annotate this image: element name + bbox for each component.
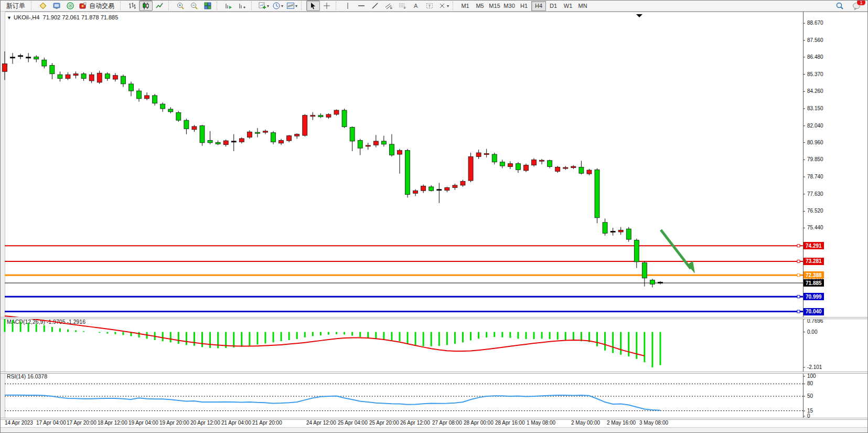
auto-trading-label: 自动交易	[87, 2, 116, 10]
timeframe-button-W1[interactable]: W1	[561, 1, 575, 11]
text-label-icon: T	[425, 2, 434, 10]
price-tick: 85.370	[807, 71, 823, 77]
trendline-button[interactable]	[368, 1, 382, 11]
time-tick-label: 17 Apr 20:00	[67, 420, 97, 426]
chat-button[interactable]: 1	[850, 1, 863, 11]
macd-label: MACD(12,26,9) -1.9705 -1.2916	[7, 319, 85, 325]
fibonacci-icon: F	[398, 2, 406, 10]
new-chart-button[interactable]: ▾	[256, 1, 271, 11]
text-icon: A	[412, 2, 420, 10]
candlestick-icon	[142, 2, 150, 10]
timeframe-button-M1[interactable]: M1	[458, 1, 473, 11]
line-chart-button[interactable]	[153, 1, 166, 11]
price-tick: 86.480	[807, 54, 823, 60]
timeframe-button-M30[interactable]: M30	[502, 1, 517, 11]
search-button[interactable]	[833, 1, 846, 11]
time-tick-label: 24 Apr 12:00	[306, 420, 336, 426]
main-toolbar: 新订单 自动交易 ▾ ▾ ▾ E F A T ▾	[1, 1, 868, 12]
price-line-badge: 71.885	[803, 279, 824, 287]
price-tick: 83.150	[807, 105, 823, 111]
template-button[interactable]: ▾	[285, 1, 299, 11]
svg-text:F: F	[404, 6, 406, 9]
rsi-label: RSI(14) 16.0378	[7, 373, 47, 379]
ohlc-values: 71.902 72.061 71.878 71.885	[43, 14, 119, 20]
market-watch-icon	[52, 2, 61, 10]
toolbar-separator	[31, 2, 34, 10]
price-tick: 79.850	[807, 156, 823, 162]
market-watch-button[interactable]	[50, 1, 63, 11]
time-tick-label: 1 May 08:00	[527, 420, 555, 426]
signals-button[interactable]	[63, 1, 77, 11]
bar-chart-icon	[128, 2, 136, 10]
equidistant-channel-button[interactable]: E	[382, 1, 395, 11]
price-tick: 84.260	[807, 88, 823, 94]
time-tick-label: 26 Apr 12:00	[400, 420, 430, 426]
new-order-button[interactable]: 新订单	[3, 1, 29, 11]
chevron-down-icon: ▾	[295, 4, 297, 8]
price-tick: 80.960	[807, 140, 823, 145]
timeframe-button-M15[interactable]: M15	[487, 1, 502, 11]
template-icon	[286, 2, 295, 10]
text-label-button[interactable]: T	[423, 1, 436, 11]
pane-separator	[1, 418, 868, 420]
timeframe-button-H4[interactable]: H4	[531, 1, 546, 11]
time-tick-label: 14 Apr 2023	[5, 420, 33, 426]
zoom-in-button[interactable]	[174, 1, 187, 11]
chart-title: ▼UKOil-,H4 71.902 72.061 71.878 71.885	[7, 14, 118, 20]
toolbar-separator	[453, 2, 456, 10]
zoom-out-button[interactable]	[187, 1, 201, 11]
pane-separator[interactable]	[1, 372, 868, 374]
bar-chart-button[interactable]	[125, 1, 139, 11]
time-tick-label: 17 Apr 04:00	[36, 420, 66, 426]
auto-scroll-button[interactable]	[222, 1, 235, 11]
indicator-tick: 0.00	[807, 329, 817, 335]
time-tick-label: 27 Apr 08:00	[432, 420, 462, 426]
tile-windows-button[interactable]	[201, 1, 215, 11]
indicator-tick: -2.101	[807, 364, 822, 370]
time-tick-label: 21 Apr 04:00	[221, 420, 251, 426]
price-tick: 75.440	[807, 225, 823, 230]
chevron-down-icon: ▾	[281, 4, 283, 8]
chart-shift-button[interactable]	[235, 1, 249, 11]
shapes-icon	[438, 2, 446, 10]
pane-separator[interactable]	[1, 317, 868, 319]
chevron-down-icon: ▾	[267, 4, 269, 8]
time-tick-label: 25 Apr 20:00	[369, 420, 399, 426]
horizontal-line-button[interactable]	[355, 1, 368, 11]
shapes-button[interactable]: ▾	[436, 1, 451, 11]
price-tick: 82.040	[807, 123, 823, 129]
svg-text:A: A	[414, 3, 418, 9]
symbol-period-label: UKOil-,H4	[14, 14, 40, 20]
zoom-out-icon	[190, 2, 198, 10]
chart-window[interactable]	[1, 12, 868, 428]
timeframe-button-MN[interactable]: MN	[575, 1, 590, 11]
time-tick-label: 25 Apr 04:00	[338, 420, 368, 426]
time-axis[interactable]: 14 Apr 202317 Apr 04:0017 Apr 20:0018 Ap…	[1, 419, 868, 427]
price-tick: 88.670	[807, 20, 823, 26]
vertical-line-button[interactable]	[341, 1, 355, 11]
timeframe-button-H1[interactable]: H1	[517, 1, 531, 11]
time-tick-label: 20 Apr 12:00	[190, 420, 220, 426]
candlestick-chart-button[interactable]	[139, 1, 153, 11]
text-button[interactable]: A	[409, 1, 423, 11]
tile-windows-icon	[203, 2, 212, 10]
new-order-label: 新订单	[4, 2, 27, 10]
order-book-icon	[39, 2, 47, 10]
time-tick-label: 3 May 08:00	[639, 420, 668, 426]
order-book-button[interactable]	[36, 1, 50, 11]
timeframe-button-M5[interactable]: M5	[473, 1, 487, 11]
window-bottom-edge	[1, 427, 868, 433]
price-line-badge: 73.281	[803, 258, 824, 265]
toolbar-separator	[168, 2, 172, 10]
indicator-tick: 80	[807, 381, 813, 386]
cursor-button[interactable]	[306, 1, 320, 11]
clock-icon	[272, 2, 281, 10]
time-tick-label: 19 Apr 04:00	[128, 420, 158, 426]
crosshair-button[interactable]	[320, 1, 334, 11]
toolbar-separator	[120, 2, 123, 10]
timeframe-button-D1[interactable]: D1	[546, 1, 561, 11]
fibonacci-button[interactable]: F	[395, 1, 409, 11]
line-chart-icon	[155, 2, 164, 10]
period-button[interactable]: ▾	[271, 1, 285, 11]
auto-trading-button[interactable]: 自动交易	[77, 1, 118, 11]
